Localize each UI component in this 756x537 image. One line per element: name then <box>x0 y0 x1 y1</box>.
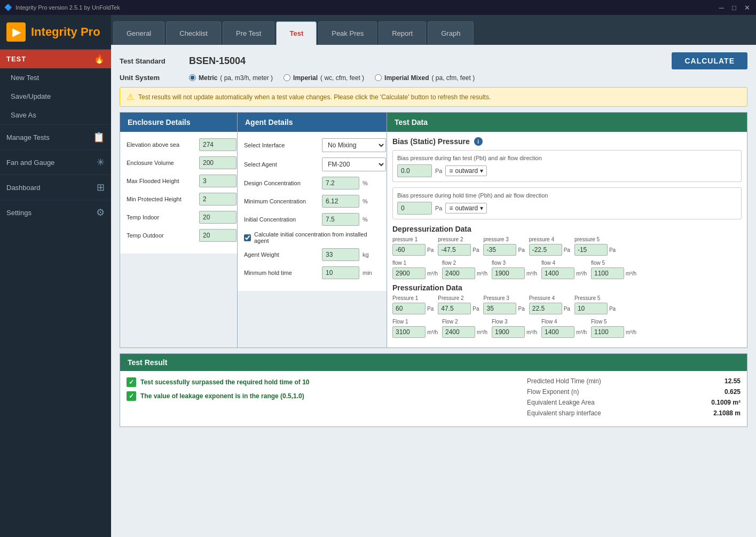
bias-fan-row: Pa ≡ outward ▾ <box>397 164 737 177</box>
test-data-col: Test Data Bias (Static) Pressure i Bias … <box>387 113 747 348</box>
pres-f3-label: Flow 3 <box>492 319 537 325</box>
sidebar-item-dashboard[interactable]: Dashboard ⊞ <box>0 175 111 200</box>
volume-input[interactable] <box>199 156 237 169</box>
dep-f5-input[interactable] <box>591 267 624 279</box>
radio-imperial-mixed-input[interactable] <box>375 74 382 81</box>
test-standard-row: Test Standard BSEN-15004 CALCULATE <box>120 52 747 69</box>
min-height-input[interactable] <box>199 193 237 206</box>
agent-weight-input[interactable] <box>322 248 359 261</box>
radio-imperial[interactable]: Imperial ( wc, cfm, feet ) <box>284 74 364 82</box>
sidebar-item-save-update[interactable]: Save/Update <box>0 87 111 106</box>
tab-pre-test[interactable]: Pre Test <box>223 21 274 45</box>
dep-p3-input[interactable] <box>483 244 516 256</box>
bias-hold-direction-select[interactable]: ≡ outward ▾ <box>445 203 487 214</box>
tab-report[interactable]: Report <box>379 21 426 45</box>
min-hold-input[interactable] <box>322 266 359 279</box>
manage-tests-label: Manage Tests <box>6 133 50 141</box>
stat-flow-exp-value: 0.625 <box>724 388 741 396</box>
dep-f2-cell: flow 2 m³/h <box>442 260 487 279</box>
dep-p5-input[interactable] <box>574 244 608 256</box>
pres-p4-row: Pa <box>529 303 570 314</box>
close-button[interactable]: ✕ <box>742 3 752 12</box>
stat-sharp-interface-label: Equivalent sharp interface <box>527 409 601 417</box>
stat-leakage-area-value: 0.1009 m² <box>711 399 741 406</box>
min-conc-label: Minimum Concentration <box>244 198 319 204</box>
pres-f2-cell: Flow 2 m³/h <box>442 319 487 338</box>
maximize-button[interactable]: □ <box>729 3 739 12</box>
dep-f3-label: flow 3 <box>492 260 537 266</box>
elevation-input[interactable] <box>199 138 237 151</box>
pres-p2-input[interactable] <box>438 303 471 314</box>
sidebar-item-new-test[interactable]: New Test <box>0 68 111 87</box>
sidebar-item-save-as[interactable]: Save As <box>0 106 111 124</box>
depressurization-pressure-grid: pressure 1 Pa pressure 2 Pa <box>392 236 742 256</box>
dep-f2-input[interactable] <box>442 267 475 279</box>
bias-fan-direction-select[interactable]: ≡ outward ▾ <box>445 165 487 176</box>
calculate-button[interactable]: CALCULATE <box>672 52 747 69</box>
bias-fan-input[interactable] <box>397 164 432 177</box>
bias-hold-group: Bias pressure during hold time (Pbh) and… <box>392 187 742 219</box>
active-section-label: TEST <box>6 55 26 63</box>
radio-metric[interactable]: Metric ( pa, m3/h, meter ) <box>189 74 273 82</box>
pres-p2-row: Pa <box>438 303 479 314</box>
logo-text: Integrity Pro <box>31 25 100 39</box>
tab-graph[interactable]: Graph <box>428 21 474 45</box>
pres-f3-input[interactable] <box>492 326 525 338</box>
sidebar-item-manage-tests[interactable]: Manage Tests 📋 <box>0 124 111 149</box>
tab-peak-pres[interactable]: Peak Pres <box>318 21 377 45</box>
warning-icon: ⚠ <box>127 92 134 102</box>
dep-f1-input[interactable] <box>392 267 426 279</box>
calc-initial-checkbox-row: Calculate initial concentration from ins… <box>244 231 380 244</box>
minimize-button[interactable]: ─ <box>716 3 726 12</box>
max-height-input[interactable] <box>199 175 237 187</box>
min-conc-unit: % <box>363 198 368 204</box>
pres-p4-label: Pressure 4 <box>529 295 570 301</box>
initial-conc-input[interactable] <box>322 213 359 226</box>
info-icon-bias[interactable]: i <box>474 137 483 146</box>
select-agent-dropdown[interactable]: FM-200 Novec 1230 CO2 Argon <box>322 157 386 171</box>
pres-f2-unit: m³/h <box>477 329 487 335</box>
dep-p1-input[interactable] <box>392 244 426 256</box>
dep-p4-unit: Pa <box>564 247 570 253</box>
tab-general[interactable]: General <box>113 21 164 45</box>
title-bar-controls[interactable]: ─ □ ✕ <box>716 3 752 12</box>
depressurization-label: Depressurization Data <box>392 225 742 233</box>
radio-imperial-input[interactable] <box>284 74 290 81</box>
pres-p1-input[interactable] <box>392 303 426 314</box>
sidebar-item-settings[interactable]: Settings ⚙ <box>0 200 111 225</box>
pres-f5-input[interactable] <box>591 326 624 338</box>
dep-f3-input[interactable] <box>492 267 525 279</box>
radio-imperial-mixed[interactable]: Imperial Mixed ( pa, cfm, feet ) <box>375 74 475 82</box>
dep-f5-cell: flow 5 m³/h <box>591 260 636 279</box>
design-conc-input[interactable] <box>322 177 359 189</box>
dep-f4-row: m³/h <box>541 267 587 279</box>
dep-p4-input[interactable] <box>529 244 562 256</box>
radio-metric-input[interactable] <box>189 74 196 81</box>
bias-hold-input[interactable] <box>397 202 432 215</box>
calc-initial-checkbox[interactable] <box>244 234 251 241</box>
imperial-detail: ( wc, cfm, feet ) <box>320 74 364 82</box>
warning-bar: ⚠ Test results will not update automatic… <box>120 87 747 107</box>
tab-checklist[interactable]: Checklist <box>166 21 221 45</box>
pressurization-pressure-grid: Pressure 1 Pa Pressure 2 Pa <box>392 295 742 314</box>
select-interface-dropdown[interactable]: No Mixing Full Mixing <box>322 138 386 152</box>
pres-p3-unit: Pa <box>518 306 524 312</box>
dep-p2-input[interactable] <box>438 244 471 256</box>
pres-p5-input[interactable] <box>574 303 608 314</box>
unit-system-row: Unit System Metric ( pa, m3/h, meter ) I… <box>120 74 747 82</box>
dep-f3-unit: m³/h <box>526 271 537 277</box>
min-conc-input[interactable] <box>322 195 359 208</box>
tab-test[interactable]: Test <box>276 21 317 45</box>
temp-indoor-input[interactable] <box>199 211 237 224</box>
temp-outdoor-input[interactable] <box>199 229 237 242</box>
pres-f2-input[interactable] <box>442 326 475 338</box>
dep-f1-row: m³/h <box>392 267 438 279</box>
sidebar-item-fan-gauge[interactable]: Fan and Gauge ✳ <box>0 149 111 175</box>
pres-p3-input[interactable] <box>483 303 516 314</box>
result-msg-2: ✓ The value of leakage exponent is in th… <box>127 391 506 401</box>
dep-f4-input[interactable] <box>541 267 574 279</box>
pres-f1-input[interactable] <box>392 326 426 338</box>
pres-p4-input[interactable] <box>529 303 562 314</box>
pres-p2-unit: Pa <box>472 306 479 312</box>
pres-f4-input[interactable] <box>541 326 574 338</box>
